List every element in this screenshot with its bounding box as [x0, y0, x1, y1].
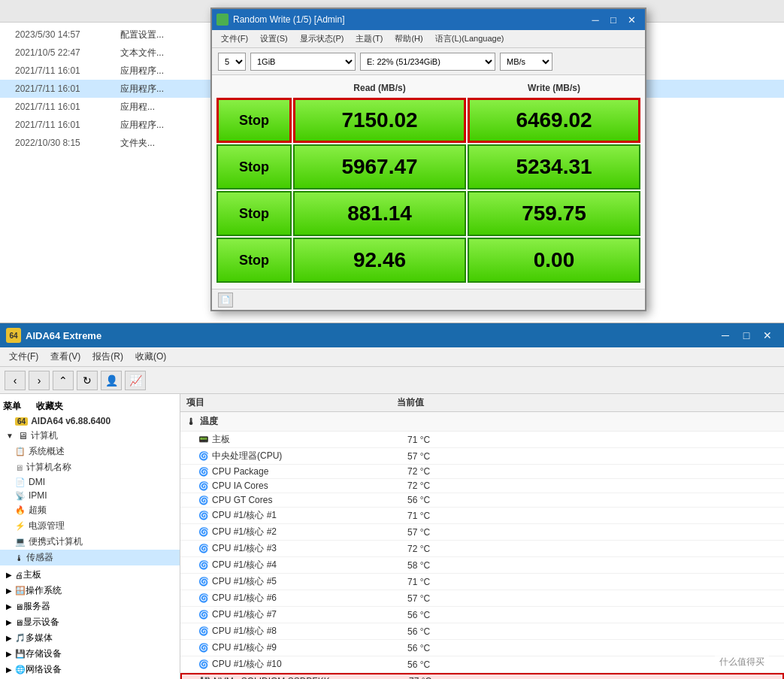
- sidebar-item-computer[interactable]: ▼ 🖥 计算机: [0, 428, 180, 444]
- power-icon: ⚡: [15, 521, 26, 531]
- forward-button[interactable]: ›: [29, 371, 50, 390]
- crystal-menu-help[interactable]: 帮助(H): [389, 32, 428, 46]
- sidebar-oc-label: 超频: [29, 504, 47, 517]
- crystal-titlebar: Random Write (1/5) [Admin] ─ □ ✕: [212, 9, 645, 30]
- sidebar-item-network[interactable]: ▶ 🌐 网络设备: [0, 662, 180, 677]
- row-icon-cpu: 🌀: [198, 451, 212, 461]
- row-name-core3: CPU #1/核心 #3: [212, 542, 407, 555]
- sidebar-item-sensor[interactable]: 🌡 传感器: [0, 550, 180, 565]
- stop-button-2[interactable]: Stop: [216, 144, 292, 189]
- write-cell-1: 6469.02: [468, 98, 640, 143]
- sidebar-item-power[interactable]: ⚡ 电源管理: [0, 518, 180, 534]
- row-icon-cpuia: 🌀: [198, 481, 212, 491]
- aida-menubar: 文件(F) 查看(V) 报告(R) 收藏(O): [0, 347, 784, 367]
- row-icon-core8: 🌀: [198, 626, 212, 636]
- crystal-menu-file[interactable]: 文件(F): [215, 32, 254, 46]
- aida-minimize-button[interactable]: ─: [715, 328, 736, 343]
- sidebar-item-portable[interactable]: 💻 便携式计算机: [0, 534, 180, 550]
- sidebar-menu-label: 菜单: [3, 400, 21, 413]
- row-name-cpu: 中央处理器(CPU): [212, 450, 407, 462]
- multimedia-icon: 🎵: [15, 633, 26, 643]
- aida-maximize-button[interactable]: □: [736, 328, 757, 343]
- sidebar-item-aida64[interactable]: 64 AIDA64 v6.88.6400: [0, 414, 180, 428]
- temp-section-title: 🌡 温度: [180, 412, 784, 432]
- row-icon-core5: 🌀: [198, 577, 212, 587]
- refresh-button[interactable]: ↻: [77, 371, 98, 390]
- network-icon: 🌐: [15, 665, 26, 674]
- row-icon-core2: 🌀: [198, 527, 212, 537]
- sidebar-item-dmi[interactable]: 📄 DMI: [0, 475, 180, 489]
- sidebar-power-label: 电源管理: [29, 520, 65, 532]
- crystal-data-row-3: Stop 881.14 759.75: [216, 191, 640, 236]
- sidebar-item-oc[interactable]: 🔥 超频: [0, 502, 180, 518]
- sidebar-display-label: 显示设备: [23, 616, 59, 629]
- aida-title: AIDA64 Extreme: [26, 330, 715, 341]
- sidebar-item-display[interactable]: ▶ 🖥 显示设备: [0, 614, 180, 630]
- row-value-core10: 56 °C: [407, 659, 430, 670]
- row-name-core7: CPU #1/核心 #7: [212, 608, 407, 621]
- row-value-cpuia: 72 °C: [407, 480, 430, 491]
- crystal-size-select[interactable]: 1GiB: [250, 53, 356, 71]
- write-cell-4: 0.00: [468, 238, 640, 283]
- aida-menu-report[interactable]: 报告(R): [86, 349, 129, 365]
- crystal-drive-select[interactable]: E: 22% (51/234GiB): [360, 53, 495, 71]
- sidebar-item-server[interactable]: ▶ 🖥 服务器: [0, 599, 180, 614]
- read-cell-2: 5967.47: [293, 144, 466, 189]
- aida-menu-favorites[interactable]: 收藏(O): [129, 349, 172, 365]
- col-header-read: Read (MB/s): [293, 80, 466, 96]
- aida-close-button[interactable]: ✕: [757, 328, 778, 343]
- read-cell-4: 92.46: [293, 238, 466, 283]
- back-button[interactable]: ‹: [5, 371, 26, 390]
- crystal-menu-theme[interactable]: 主题(T): [350, 32, 389, 46]
- sidebar-item-mainboard[interactable]: ▶ 🖨 主板: [0, 567, 180, 583]
- sidebar-item-computername[interactable]: 🖥 计算机名称: [0, 459, 180, 475]
- expand-display-icon: ▶: [6, 618, 15, 626]
- sidebar-item-multimedia[interactable]: ▶ 🎵 多媒体: [0, 630, 180, 646]
- row-icon-core1: 🌀: [198, 511, 212, 520]
- crystal-data-row-1: Stop 7150.02 6469.02: [216, 98, 640, 143]
- row-icon-motherboard: 📟: [198, 435, 212, 444]
- row-name-core4: CPU #1/核心 #4: [212, 559, 407, 571]
- row-icon-core4: 🌀: [198, 560, 212, 570]
- user-button[interactable]: 👤: [101, 371, 122, 390]
- crystal-menu-language[interactable]: 语言(L)(Language): [429, 32, 510, 46]
- row-name-core6: CPU #1/核心 #6: [212, 592, 407, 605]
- sidebar-item-sysoverview[interactable]: 📋 系统概述: [0, 444, 180, 459]
- stop-button-4[interactable]: Stop: [216, 238, 292, 283]
- crystal-close-button[interactable]: ✕: [622, 12, 640, 27]
- crystal-unit-select[interactable]: MB/s: [500, 53, 552, 71]
- row-value-core5: 71 °C: [407, 577, 430, 587]
- crystal-count-select[interactable]: 5: [218, 53, 246, 71]
- table-row: 🌀 CPU #1/核心 #5 71 °C: [180, 574, 784, 590]
- crystal-minimize-button[interactable]: ─: [586, 12, 604, 27]
- crystal-app-icon: [216, 14, 229, 26]
- table-row: 🌀 CPU Package 72 °C: [180, 465, 784, 479]
- sidebar-item-ipmi[interactable]: 📡 IPMI: [0, 489, 180, 502]
- chart-button[interactable]: 📈: [125, 371, 146, 390]
- dmi-icon: 📄: [15, 477, 26, 487]
- up-button[interactable]: ⌃: [53, 371, 74, 390]
- col-value-header: 当前值: [397, 396, 778, 409]
- sidebar-storage-label: 存储设备: [26, 647, 62, 660]
- stop-button-1[interactable]: Stop: [216, 98, 292, 143]
- crystal-menu-display[interactable]: 显示状态(P): [294, 32, 350, 46]
- storage-icon: 💾: [15, 649, 26, 659]
- sidebar-network-label: 网络设备: [26, 663, 62, 676]
- table-row: 🌀 CPU #1/核心 #8 56 °C: [180, 623, 784, 640]
- stop-button-3[interactable]: Stop: [216, 191, 292, 236]
- crystal-menu-settings[interactable]: 设置(S): [254, 32, 294, 46]
- read-cell-3: 881.14: [293, 191, 466, 236]
- col-item-header: 项目: [186, 396, 397, 409]
- crystal-status-icon[interactable]: 📄: [218, 293, 233, 308]
- display-icon: 🖥: [15, 618, 23, 627]
- sidebar-item-storage[interactable]: ▶ 💾 存储设备: [0, 646, 180, 662]
- sidebar-item-os[interactable]: ▶ 🪟 操作系统: [0, 583, 180, 599]
- sidebar-portable-label: 便携式计算机: [29, 535, 83, 548]
- table-row: 📟 主板 71 °C: [180, 432, 784, 448]
- write-cell-3: 759.75: [468, 191, 640, 236]
- crystaldiskmark-window: Random Write (1/5) [Admin] ─ □ ✕ 文件(F) 设…: [210, 8, 646, 311]
- crystal-maximize-button[interactable]: □: [604, 12, 622, 27]
- aida-menu-file[interactable]: 文件(F): [3, 349, 44, 365]
- aida-menu-view[interactable]: 查看(V): [44, 349, 86, 365]
- row-name-nvme: NVMe SOLIDIGM SSDPFKK: [213, 676, 409, 679]
